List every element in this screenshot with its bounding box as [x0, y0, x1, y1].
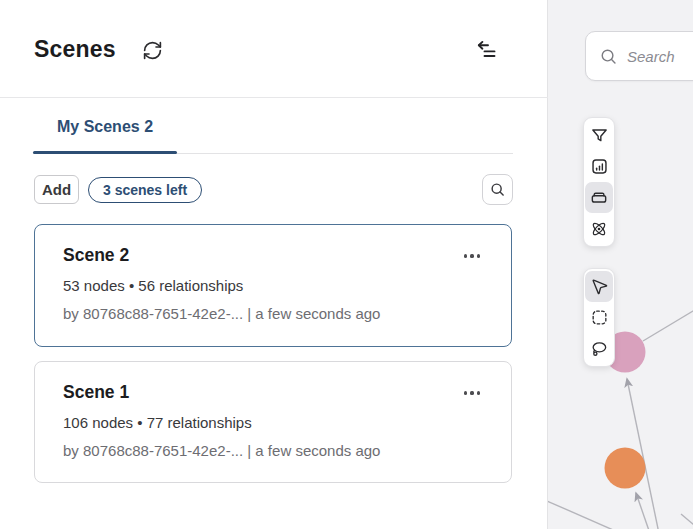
scene-card-scene-1[interactable]: Scene 1 106 nodes • 77 relationships by …: [34, 361, 512, 483]
tool-pointer[interactable]: [585, 271, 613, 302]
scene-meta: 53 nodes • 56 relationships: [63, 277, 483, 294]
chart-icon: [590, 157, 609, 176]
scene-card-scene-2[interactable]: Scene 2 53 nodes • 56 relationships by 8…: [34, 224, 512, 347]
more-options-icon: [464, 391, 480, 394]
tool-marquee[interactable]: [585, 302, 613, 333]
scene-byline: by 80768c88-7651-42e2-... | a few second…: [63, 442, 483, 459]
tool-filter[interactable]: [585, 120, 613, 151]
tool-lasso[interactable]: [585, 333, 613, 364]
selection-toolbar: [583, 268, 615, 367]
collapse-panel-button[interactable]: [472, 38, 500, 64]
scene-search-button[interactable]: [482, 174, 513, 205]
search-icon: [489, 181, 506, 198]
scene-meta: 106 nodes • 77 relationships: [63, 414, 483, 431]
tool-atom[interactable]: [585, 213, 613, 244]
scene-name: Scene 1: [63, 382, 483, 403]
refresh-icon: [142, 40, 163, 61]
scenes-quota-badge: 3 scenes left: [88, 177, 202, 203]
drawer-icon: [589, 188, 609, 208]
graph-toolbar: [583, 117, 615, 247]
orange-node[interactable]: [605, 448, 646, 489]
active-tab-underline: [33, 151, 177, 155]
tool-drawer[interactable]: [585, 182, 613, 213]
scene-byline: by 80768c88-7651-42e2-... | a few second…: [63, 305, 483, 322]
atom-icon: [589, 219, 609, 239]
scene-name: Scene 2: [63, 245, 483, 266]
graph-edge: [643, 308, 693, 341]
tab-my-scenes-label: My Scenes 2: [57, 118, 153, 135]
tabs-bar: My Scenes 2: [0, 98, 548, 155]
marquee-icon: [590, 308, 609, 327]
search-icon: [599, 47, 618, 66]
more-options-icon: [464, 254, 480, 257]
collapse-panel-icon: [473, 39, 499, 63]
panel-header: Scenes: [0, 0, 547, 97]
more-options-button[interactable]: [459, 247, 485, 265]
add-scene-button[interactable]: Add: [34, 175, 79, 204]
page-title: Scenes: [34, 36, 116, 63]
graph-canvas-panel: [548, 0, 693, 529]
tab-my-scenes[interactable]: My Scenes 2: [33, 118, 177, 136]
tool-chart[interactable]: [585, 151, 613, 182]
graph-edge: [548, 497, 620, 529]
refresh-button[interactable]: [141, 39, 163, 61]
graph-search-box: [585, 31, 693, 81]
graph-search-input[interactable]: [627, 48, 693, 65]
filter-icon: [590, 126, 609, 145]
scenes-panel: Scenes My Scenes 2 Add 3 scenes left: [0, 0, 548, 529]
pointer-icon: [590, 277, 609, 296]
more-options-button[interactable]: [459, 384, 485, 402]
graph-edge: [681, 514, 693, 529]
lasso-icon: [589, 339, 609, 359]
actions-row: Add 3 scenes left: [0, 155, 548, 215]
